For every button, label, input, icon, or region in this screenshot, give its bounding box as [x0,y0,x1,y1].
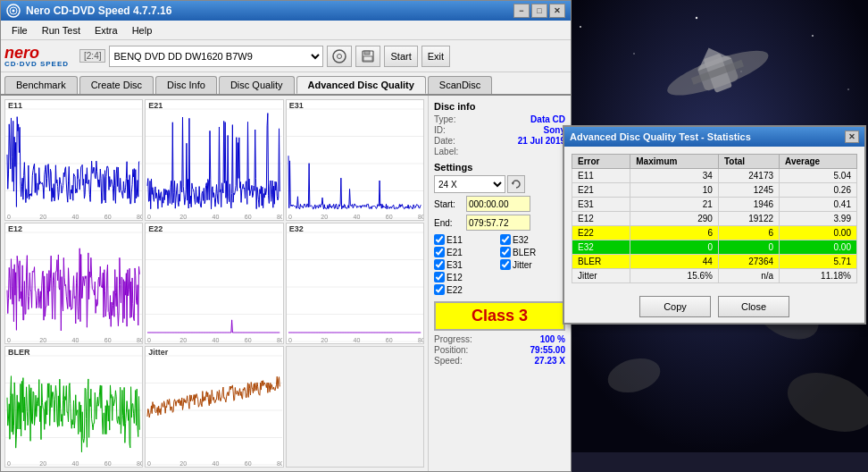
class-text: Class 3 [472,307,528,324]
svg-point-5 [812,35,814,37]
menu-run-test[interactable]: Run Test [35,23,88,38]
checkbox-e11-label: E11 [447,235,463,245]
disc-id-row: ID: Sony [434,125,565,135]
start-row: Start: [434,196,565,212]
exit-button[interactable]: Exit [421,46,450,67]
tab-disc-quality[interactable]: Disc Quality [219,76,295,94]
dialog-title-text: Advanced Disc Quality Test - Statistics [570,131,845,142]
svg-rect-26 [363,56,372,61]
chart-e21-canvas [146,100,282,220]
checkbox-jitter-label: Jitter [513,260,532,270]
checkbox-bler-label: BLER [513,248,536,257]
chart-bler-label: BLER [8,348,30,357]
checkbox-e22-label: E22 [447,285,463,295]
settings-section: Settings 24 X 4 X 8 X 16 X 32 X Max [434,162,565,231]
checkboxes-grid: E11 E32 E21 BLER [434,234,565,296]
progress-section: Progress: 100 % Position: 79:55.00 Speed… [434,334,565,366]
chart-jitter-canvas [146,347,282,467]
checkbox-e32-row: E32 [500,234,565,245]
disc-date-row: Date: 21 Jul 2019 [434,136,565,146]
tab-benchmark[interactable]: Benchmark [4,76,78,94]
start-label: Start: [434,199,466,209]
checkbox-e11[interactable] [434,234,445,245]
checkbox-jitter[interactable] [500,259,511,270]
chart-e11: E11 [4,99,143,221]
disc-icon-button[interactable] [327,46,352,67]
checkbox-e31-label: E31 [447,260,463,270]
disc-label-row: Label: - [434,147,565,156]
checkbox-e32[interactable] [500,234,511,245]
stats-row-e21: E211012450.26 [572,183,857,198]
tab-scan-disc[interactable]: ScanDisc [428,76,492,94]
checkbox-e12-label: E12 [447,273,463,282]
window-controls: − □ ✕ [513,4,565,18]
tab-create-disc[interactable]: Create Disc [79,76,154,94]
checkbox-e21-label: E21 [447,248,463,257]
stats-row-e32: E32000.00 [572,240,857,255]
disc-date-value: 21 Jul 2019 [518,136,565,146]
drive-badge: [2:4] [79,49,105,63]
svg-rect-25 [364,51,370,55]
checkbox-bler[interactable] [500,247,511,257]
start-button[interactable]: Start [384,46,417,67]
copy-button[interactable]: Copy [639,296,711,317]
checkbox-e31[interactable] [434,259,445,270]
start-time-input[interactable] [466,196,530,212]
charts-area: E11 E21 E31 E12 E22 E32 [1,96,428,471]
chart-e32-canvas [287,223,423,343]
main-content: E11 E21 E31 E12 E22 E32 [1,96,571,471]
speed-refresh-icon[interactable] [507,175,525,193]
disc-type-label: Type: [434,114,455,124]
menu-bar: File Run Test Extra Help [1,21,571,40]
chart-e21-label: E21 [148,101,163,110]
chart-e12-canvas [5,223,142,343]
chart-e22-label: E22 [148,224,163,233]
title-bar: Nero CD-DVD Speed 4.7.7.16 − □ ✕ [1,1,571,21]
col-average: Average [780,155,857,169]
menu-help[interactable]: Help [125,23,160,38]
chart-e22-canvas [146,223,282,343]
checkbox-e21[interactable] [434,247,445,257]
chart-bler: BLER [4,346,143,468]
app-title: Nero CD-DVD Speed 4.7.7.16 [26,4,513,17]
stats-table: Error Maximum Total Average E1134241735.… [572,154,857,283]
maximize-button[interactable]: □ [531,4,547,18]
col-total: Total [718,155,779,169]
app-icon [6,4,21,18]
stats-row-jitter: Jitter15.6%n/a11.18% [572,269,857,283]
stats-row-e31: E312119460.41 [572,198,857,212]
tab-disc-info[interactable]: Disc Info [155,76,217,94]
stats-row-e22: E22660.00 [572,226,857,240]
checkbox-bler-row: BLER [500,247,565,257]
position-label: Position: [434,345,468,355]
svg-point-21 [13,10,15,13]
svg-point-6 [847,88,849,90]
progress-label: Progress: [434,334,472,344]
class-badge: Class 3 [434,301,565,331]
dialog-close-button[interactable]: ✕ [845,131,859,143]
checkbox-e22[interactable] [434,284,445,295]
close-button[interactable]: ✕ [549,4,565,18]
speed-select[interactable]: 24 X 4 X 8 X 16 X 32 X Max [434,175,505,193]
menu-extra[interactable]: Extra [88,23,125,38]
end-label: End: [434,218,466,228]
disc-type-row: Type: Data CD [434,114,565,124]
stats-row-e11: E1134241735.04 [572,169,857,183]
chart-e11-canvas [5,100,142,220]
menu-file[interactable]: File [4,23,35,38]
speed-row-prog: Speed: 27.23 X [434,356,565,366]
dialog-buttons: Copy Close [564,291,864,323]
disc-info-title: Disc info [434,101,565,112]
drive-select[interactable]: BENQ DVD DD DW1620 B7W9 [109,46,323,67]
tab-advanced-disc-quality[interactable]: Advanced Disc Quality [296,76,426,94]
checkbox-e12[interactable] [434,272,445,282]
save-icon-button[interactable] [355,46,380,67]
dialog-close-btn[interactable]: Close [718,296,789,317]
chart-e12-label: E12 [8,224,22,233]
col-maximum: Maximum [630,155,719,169]
minimize-button[interactable]: − [513,4,530,18]
speed-prog-value: 27.23 X [535,356,565,366]
svg-point-3 [696,17,697,19]
end-time-input[interactable] [466,215,530,231]
chart-e31-canvas [287,100,423,220]
